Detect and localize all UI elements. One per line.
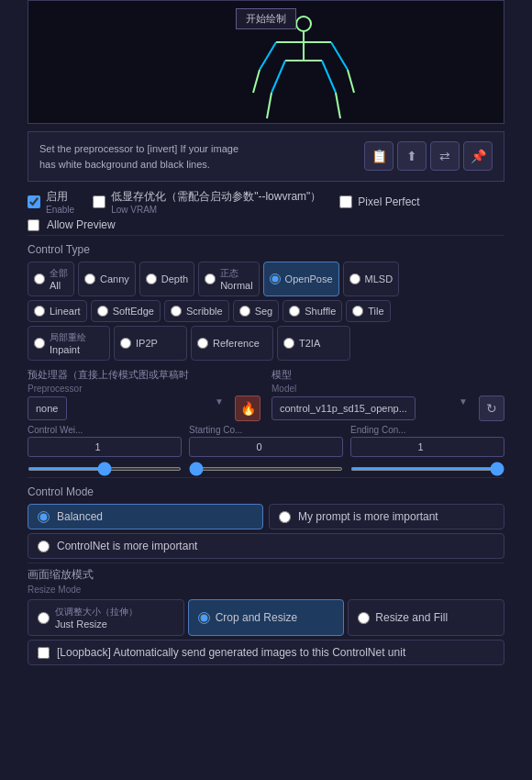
ending-control-slider-group bbox=[350, 461, 504, 474]
weights-row: Control Wei... Starting Co... Ending Con… bbox=[28, 425, 504, 457]
radio-ip2p[interactable]: IP2P bbox=[114, 326, 187, 361]
resize-just-label: Just Resize bbox=[55, 618, 138, 630]
radio-t2ia[interactable]: T2IA bbox=[277, 326, 350, 361]
radio-all-input[interactable] bbox=[34, 273, 45, 284]
mode-my-prompt[interactable]: My prompt is more important bbox=[269, 504, 504, 529]
resize-crop-radio[interactable] bbox=[198, 612, 210, 624]
radio-inpaint-input[interactable] bbox=[34, 338, 45, 349]
radio-inpaint[interactable]: 局部重绘 Inpaint bbox=[28, 326, 110, 361]
preprocessor-select[interactable]: none bbox=[28, 396, 67, 420]
low-vram-group: 低显存优化（需配合启动参数"--lowvram"） Low VRAM bbox=[93, 189, 321, 215]
radio-normal[interactable]: 正态 Normal bbox=[198, 262, 259, 296]
allow-preview-row: Allow Preview bbox=[28, 218, 504, 231]
low-vram-label-en: Low VRAM bbox=[111, 205, 321, 215]
radio-scribble[interactable]: Scribble bbox=[164, 300, 229, 322]
enable-checkbox[interactable] bbox=[28, 195, 40, 208]
radio-mlsd-input[interactable] bbox=[349, 273, 360, 284]
resize-fill[interactable]: Resize and Fill bbox=[348, 599, 504, 636]
model-select[interactable]: control_v11p_sd15_openp... bbox=[272, 396, 416, 420]
swap-icon-btn[interactable]: ⇄ bbox=[430, 141, 460, 171]
radio-t2ia-input[interactable] bbox=[283, 338, 294, 349]
low-vram-label-stack: 低显存优化（需配合启动参数"--lowvram"） Low VRAM bbox=[111, 189, 321, 215]
radio-seg[interactable]: Seg bbox=[233, 300, 280, 322]
refresh-button[interactable]: ↻ bbox=[479, 396, 504, 421]
radio-softedge[interactable]: SoftEdge bbox=[91, 300, 161, 322]
resize-title-row: 画面缩放模式 Resize Mode bbox=[28, 567, 504, 596]
ending-control-label: Ending Con... bbox=[350, 425, 504, 435]
radio-depth-input[interactable] bbox=[146, 273, 157, 284]
resize-fill-label: Resize and Fill bbox=[375, 611, 448, 624]
radio-normal-input[interactable] bbox=[205, 273, 216, 284]
radio-reference[interactable]: Reference bbox=[191, 326, 273, 361]
radio-openpose[interactable]: OpenPose bbox=[263, 262, 339, 296]
radio-canny[interactable]: Canny bbox=[78, 262, 136, 296]
control-weight-slider[interactable] bbox=[28, 467, 182, 471]
radio-lineart-input[interactable] bbox=[34, 306, 45, 317]
radio-all[interactable]: 全部 All bbox=[28, 262, 74, 296]
mode-balanced[interactable]: Balanced bbox=[28, 504, 263, 529]
allow-preview-checkbox[interactable] bbox=[28, 219, 39, 231]
enable-label-cn: 启用 bbox=[46, 189, 74, 205]
mode-my-prompt-radio[interactable] bbox=[279, 511, 291, 523]
radio-shuffle[interactable]: Shuffle bbox=[283, 300, 342, 322]
radio-lineart[interactable]: Lineart bbox=[28, 300, 87, 322]
starting-control-slider-group bbox=[189, 461, 343, 474]
pin-icon-btn[interactable]: 📌 bbox=[463, 141, 493, 171]
radio-canny-input[interactable] bbox=[84, 273, 95, 284]
control-mode-title: Control Mode bbox=[28, 485, 504, 498]
control-mode-section: Control Mode Balanced My prompt is more … bbox=[28, 485, 504, 559]
radio-mlsd[interactable]: MLSD bbox=[343, 262, 400, 296]
radio-depth[interactable]: Depth bbox=[139, 262, 194, 296]
radio-scribble-input[interactable] bbox=[171, 306, 182, 317]
starting-control-group: Starting Co... bbox=[189, 425, 343, 457]
ending-control-input[interactable] bbox=[350, 437, 504, 457]
info-buttons: 📋 ⬆ ⇄ 📌 bbox=[364, 141, 493, 171]
mode-balanced-label: Balanced bbox=[57, 510, 103, 523]
control-weight-group: Control Wei... bbox=[28, 425, 182, 457]
ending-control-slider[interactable] bbox=[350, 467, 504, 471]
radio-ip2p-input[interactable] bbox=[120, 338, 131, 349]
starting-control-input[interactable] bbox=[189, 437, 343, 457]
upload-icon-btn[interactable]: ⬆ bbox=[397, 141, 427, 171]
radio-openpose-input[interactable] bbox=[270, 273, 281, 284]
model-label-cn: 模型 bbox=[272, 368, 504, 382]
resize-just-resize[interactable]: 仅调整大小（拉伸） Just Resize bbox=[28, 599, 184, 636]
control-type-title: Control Type bbox=[28, 243, 504, 256]
control-weight-input[interactable] bbox=[28, 437, 182, 457]
loopback-checkbox[interactable] bbox=[38, 647, 50, 659]
preprocessor-group: 预处理器（直接上传模式图或草稿时 Preprocessor none ▼ 🔥 bbox=[28, 368, 260, 421]
enable-label-en: Enable bbox=[46, 205, 74, 215]
radio-shuffle-input[interactable] bbox=[289, 306, 300, 317]
radio-seg-input[interactable] bbox=[239, 306, 250, 317]
model-label-en: Model bbox=[272, 384, 504, 394]
radio-tile[interactable]: Tile bbox=[346, 300, 390, 322]
pixel-perfect-group: Pixel Perfect bbox=[339, 195, 419, 208]
preprocessor-select-wrapper: none ▼ 🔥 bbox=[28, 396, 260, 421]
control-type-row3: 局部重绘 Inpaint IP2P Reference T2IA bbox=[28, 326, 504, 361]
radio-tile-input[interactable] bbox=[352, 306, 363, 317]
pixel-perfect-checkbox[interactable] bbox=[339, 195, 352, 208]
preprocessor-chevron-icon: ▼ bbox=[215, 396, 224, 407]
radio-reference-input[interactable] bbox=[197, 338, 208, 349]
mode-controlnet-radio[interactable] bbox=[38, 540, 50, 552]
resize-fill-radio[interactable] bbox=[358, 612, 370, 624]
resize-crop-resize[interactable]: Crop and Resize bbox=[188, 599, 345, 636]
mode-balanced-radio[interactable] bbox=[38, 511, 50, 523]
mode-controlnet-label: ControlNet is more important bbox=[57, 540, 197, 552]
clipboard-icon-btn[interactable]: 📋 bbox=[364, 141, 393, 171]
radio-softedge-input[interactable] bbox=[97, 306, 108, 317]
low-vram-checkbox[interactable] bbox=[93, 195, 105, 208]
resize-just-radio[interactable] bbox=[38, 612, 50, 624]
info-text: Set the preprocessor to [invert] If your… bbox=[39, 141, 355, 172]
mode-my-prompt-label: My prompt is more important bbox=[298, 510, 438, 523]
model-group: 模型 Model control_v11p_sd15_openp... ▼ ↻ bbox=[272, 368, 504, 421]
divider-2 bbox=[28, 477, 504, 478]
preprocessor-model-row: 预处理器（直接上传模式图或草稿时 Preprocessor none ▼ 🔥 模… bbox=[28, 368, 504, 421]
control-weight-slider-group bbox=[28, 461, 182, 474]
starting-control-slider[interactable] bbox=[189, 467, 343, 471]
mode-controlnet[interactable]: ControlNet is more important bbox=[28, 533, 504, 559]
loopback-label: [Loopback] Automatically send generated … bbox=[57, 646, 405, 659]
start-drawing-button[interactable]: 开始绘制 bbox=[236, 8, 296, 29]
control-type-row1: 全部 All Canny Depth 正态 Normal OpenPose ML… bbox=[28, 262, 504, 296]
fire-button[interactable]: 🔥 bbox=[235, 396, 260, 421]
